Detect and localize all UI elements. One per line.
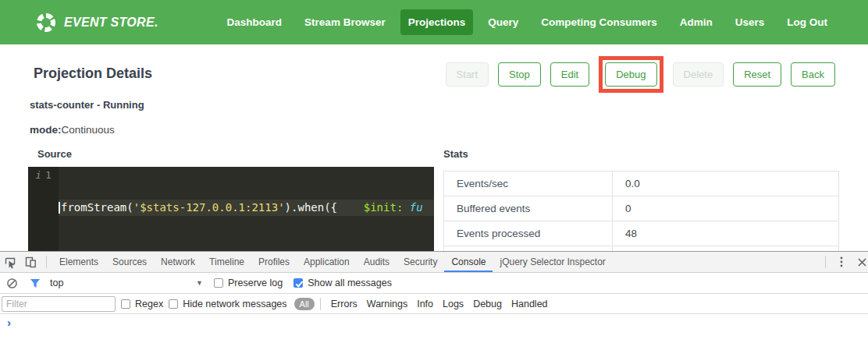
edit-button[interactable]: Edit [550, 62, 589, 87]
filter-all-badge[interactable]: All [294, 298, 315, 310]
nav-item-query[interactable]: Query [480, 9, 526, 35]
show-all-messages-checkbox[interactable] [293, 278, 303, 288]
filter-level-errors[interactable]: Errors [331, 299, 358, 309]
brand: EVENT STORE. [35, 12, 158, 34]
line-number: 1 [45, 169, 52, 181]
context-value: top [50, 278, 63, 288]
projection-name-status: stats-counter - Running [30, 99, 144, 111]
execution-context-select[interactable]: top ▼ [50, 278, 203, 288]
tab-security[interactable]: Security [397, 252, 444, 272]
tab-elements[interactable]: Elements [52, 252, 105, 272]
code-token: ).when({ [285, 200, 337, 216]
filter-input[interactable] [2, 296, 116, 312]
source-section: Source i 1 fromStream('$stats-127.0.0.1:… [28, 148, 434, 251]
tab-profiles[interactable]: Profiles [251, 252, 297, 272]
tab-audits[interactable]: Audits [357, 252, 397, 272]
brand-title: EVENT STORE. [64, 16, 158, 30]
code-token-key: $init: [364, 200, 404, 216]
projection-mode: mode:Continuous [30, 124, 115, 136]
code-area[interactable]: fromStream('$stats-127.0.0.1:2113').when… [59, 167, 434, 251]
table-row: Events processed 48 [444, 221, 838, 246]
devtools-panel: Elements Sources Network Timeline Profil… [0, 251, 868, 343]
stat-value: 0.0 [613, 172, 838, 196]
reset-button[interactable]: Reset [733, 62, 781, 87]
nav-item-admin[interactable]: Admin [672, 9, 720, 35]
hide-network-messages-checkbox[interactable] [169, 299, 178, 309]
delete-button: Delete [673, 62, 724, 87]
stat-label: Buffered events [444, 196, 613, 221]
code-token [337, 200, 364, 216]
code-token-string: '$stats-127.0.0.1:2113' [133, 200, 285, 216]
mode-value: Continuous [62, 124, 115, 136]
tab-timeline[interactable]: Timeline [202, 252, 251, 272]
preserve-log-label: Preserve log [228, 278, 283, 288]
nav-item-projections[interactable]: Projections [400, 9, 474, 35]
preserve-log-checkbox[interactable] [214, 278, 223, 288]
close-icon[interactable] [852, 252, 868, 272]
stat-label: Events/sec [444, 172, 613, 196]
nav-item-logout[interactable]: Log Out [779, 9, 835, 35]
divider [825, 256, 826, 268]
nav-item-competing-consumers[interactable]: Competing Consumers [533, 9, 665, 35]
filter-funnel-icon[interactable] [30, 278, 41, 288]
nav-menu: Dashboard Stream Browser Projections Que… [219, 9, 835, 35]
console-input-line[interactable]: › [0, 314, 868, 342]
start-button: Start [446, 62, 489, 87]
code-token [403, 200, 409, 216]
filter-level-logs[interactable]: Logs [443, 299, 464, 309]
filter-level-handled[interactable]: Handled [511, 299, 548, 309]
table-row: Events/sec 0.0 [444, 172, 838, 196]
filter-level-info[interactable]: Info [417, 299, 433, 309]
code-token: fromStream( [61, 200, 133, 216]
debug-button[interactable]: Debug [605, 62, 656, 87]
action-buttons: Start Stop Edit Debug Delete Reset Back [446, 56, 835, 93]
text-cursor [59, 202, 60, 214]
clear-console-icon[interactable] [6, 278, 18, 289]
kebab-menu-icon[interactable] [831, 252, 852, 272]
devtools-tabbar: Elements Sources Network Timeline Profil… [0, 252, 868, 273]
nav-item-dashboard[interactable]: Dashboard [219, 9, 290, 35]
tab-application[interactable]: Application [297, 252, 357, 272]
tab-network[interactable]: Network [154, 252, 202, 272]
nav-item-stream-browser[interactable]: Stream Browser [297, 9, 393, 35]
device-toolbar-icon[interactable] [20, 252, 41, 272]
stop-button[interactable]: Stop [498, 62, 541, 87]
tab-sources[interactable]: Sources [105, 252, 154, 272]
tab-jquery-selector-inspector[interactable]: jQuery Selector Inspector [493, 252, 612, 272]
show-all-messages-label: Show all messages [308, 278, 392, 288]
table-row: Buffered events 0 [444, 196, 838, 221]
chevron-down-icon: ▼ [196, 279, 203, 287]
filter-level-warnings[interactable]: Warnings [367, 299, 407, 309]
page-title: Projection Details [34, 65, 152, 82]
projection-details-page: Projection Details Start Stop Edit Debug… [0, 44, 868, 251]
hide-network-messages-label: Hide network messages [183, 299, 286, 309]
regex-label: Regex [135, 299, 163, 309]
top-navbar: EVENT STORE. Dashboard Stream Browser Pr… [0, 0, 868, 44]
code-line-1: fromStream('$stats-127.0.0.1:2113').when… [59, 200, 434, 216]
mode-label: mode: [30, 124, 62, 136]
stats-table: Events/sec 0.0 Buffered events 0 Events … [443, 171, 839, 251]
back-button[interactable]: Back [791, 62, 835, 87]
source-heading: Source [37, 148, 434, 160]
debug-highlight-box: Debug [599, 56, 663, 93]
console-prompt-icon: › [7, 316, 11, 329]
source-code-editor: i 1 fromStream('$stats-127.0.0.1:2113').… [28, 167, 434, 251]
stats-heading: Stats [443, 148, 839, 160]
stat-value: 48 [613, 221, 838, 246]
divider [46, 256, 47, 268]
nav-item-users[interactable]: Users [727, 9, 773, 35]
code-token-keyword: fu [410, 200, 423, 216]
stat-label: Events processed [444, 221, 613, 246]
inspect-element-icon[interactable] [0, 252, 20, 272]
divider [320, 298, 321, 310]
filter-level-debug[interactable]: Debug [473, 299, 502, 309]
editor-gutter: i 1 [28, 167, 59, 251]
eventstore-logo-icon [35, 12, 57, 34]
stat-value: 0 [613, 196, 838, 221]
tab-console[interactable]: Console [444, 252, 493, 272]
console-toolbar: top ▼ Preserve log Show all messages [0, 273, 868, 294]
stats-section: Stats Events/sec 0.0 Buffered events 0 E… [443, 148, 839, 251]
regex-checkbox[interactable] [121, 299, 130, 309]
console-filterbar: Regex Hide network messages All Errors W… [0, 294, 868, 314]
gutter-info-icon: i [35, 169, 41, 181]
